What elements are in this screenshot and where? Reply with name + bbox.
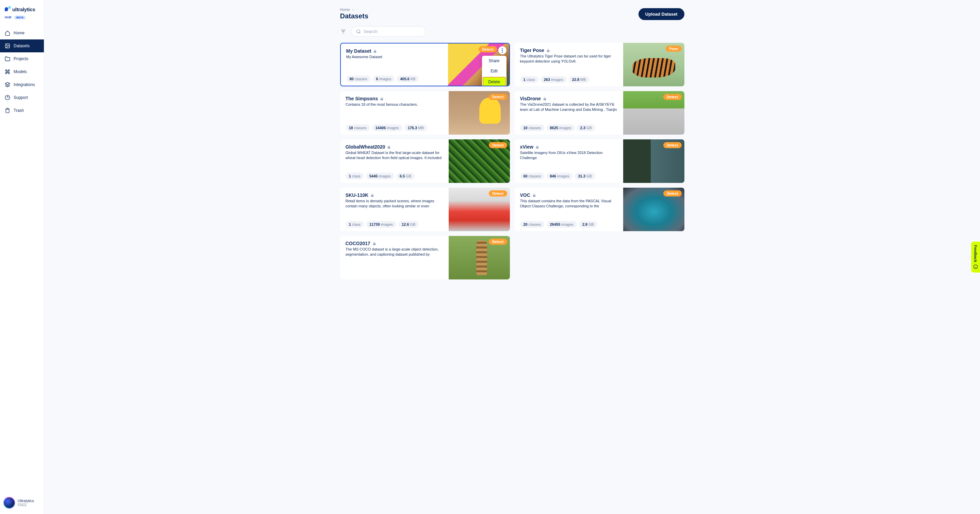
dataset-grid: My Dataset My Awesome Dataset 80 classes…: [340, 43, 684, 279]
stat-classes: 10 classes: [520, 124, 545, 131]
card-body: My Dataset My Awesome Dataset 80 classes…: [341, 43, 448, 86]
brand-sub: HUB: [5, 16, 11, 19]
sidebar: ultralytics HUB BETA Home Datasets Proje…: [0, 0, 44, 514]
svg-point-8: [974, 265, 978, 269]
card-description: This dataset contains the data from the …: [520, 198, 618, 209]
task-badge: Detect: [489, 142, 507, 148]
nav-integrations[interactable]: Integrations: [0, 78, 44, 91]
card-thumbnail: Detect: [449, 236, 510, 279]
breadcrumb-sep: ›: [352, 8, 354, 11]
card-description: Satellite imagery from DIUx xView 2018 D…: [520, 150, 618, 160]
dataset-card[interactable]: My Dataset My Awesome Dataset 80 classes…: [340, 43, 510, 86]
card-description: Contains 18 of the most famous character…: [345, 102, 443, 107]
card-menu: Share Edit Delete: [482, 56, 506, 86]
stat-classes: 60 classes: [520, 173, 545, 179]
card-body: COCO2017 The MS COCO dataset is a large-…: [340, 236, 449, 279]
lock-icon: [543, 97, 547, 101]
main: Home › Datasets Upload Dataset My Datase…: [44, 0, 980, 514]
layers-icon: [5, 82, 10, 87]
task-badge: Detect: [489, 94, 507, 100]
avatar: [3, 497, 15, 509]
card-title: Tiger Pose: [520, 48, 544, 53]
menu-share[interactable]: Share: [482, 56, 506, 66]
feedback-tab[interactable]: Feedback: [971, 242, 980, 273]
dataset-card[interactable]: xView Satellite imagery from DIUx xView …: [515, 140, 684, 183]
card-stats: 1 class 263 images 22.8 MB: [520, 76, 618, 83]
task-badge: Pose: [666, 46, 681, 52]
nav-label: Projects: [14, 56, 28, 61]
account-widget[interactable]: Ultralytics FREE: [0, 493, 44, 514]
card-body: The Simpsons Contains 18 of the most fam…: [340, 91, 449, 135]
card-title: SKU-110K: [345, 192, 369, 198]
search-icon: [356, 29, 361, 34]
dataset-card[interactable]: VisDrone The VisDrone2021 dataset is col…: [515, 91, 684, 135]
stat-images: 26455 images: [547, 221, 577, 228]
search-input[interactable]: [364, 29, 421, 34]
card-thumbnail: Detect: [449, 91, 510, 135]
trash-icon: [5, 108, 10, 113]
card-description: Retail items in densely packed scenes, w…: [345, 198, 443, 209]
card-title: COCO2017: [345, 241, 371, 246]
nav-datasets[interactable]: Datasets: [0, 40, 44, 52]
dataset-card[interactable]: The Simpsons Contains 18 of the most fam…: [340, 91, 510, 135]
card-body: VisDrone The VisDrone2021 dataset is col…: [515, 91, 623, 135]
command-icon: [5, 69, 10, 75]
nav-label: Support: [14, 95, 28, 100]
breadcrumb-home[interactable]: Home: [340, 8, 350, 11]
card-stats: 1 class 5445 images 6.5 GB: [345, 173, 443, 179]
stat-images: 8625 images: [547, 124, 575, 131]
help-icon: [5, 95, 10, 100]
dataset-card[interactable]: VOC This dataset contains the data from …: [515, 188, 684, 231]
card-stats: 18 classes 14406 images 176.3 MB: [345, 124, 443, 131]
dataset-card[interactable]: SKU-110K Retail items in densely packed …: [340, 188, 510, 231]
menu-edit[interactable]: Edit: [482, 66, 506, 76]
dataset-card[interactable]: COCO2017 The MS COCO dataset is a large-…: [340, 236, 510, 279]
nav-label: Home: [14, 30, 24, 35]
dataset-card[interactable]: GlobalWheat2020 Global WHEAT Dataset is …: [340, 140, 510, 183]
card-description: My Awesome Dataset: [346, 54, 442, 59]
search-field[interactable]: [351, 26, 426, 37]
card-body: Tiger Pose The Ultralytics Tiger Pose da…: [515, 43, 623, 86]
stat-size: 2.3 GB: [577, 124, 595, 131]
nav-home[interactable]: Home: [0, 27, 44, 40]
stat-images: 14406 images: [372, 124, 402, 131]
nav-label: Trash: [14, 108, 24, 113]
stat-classes: 1 class: [345, 173, 364, 179]
card-description: The Ultralytics Tiger Pose dataset can b…: [520, 54, 618, 64]
stat-size: 22.8 MB: [569, 76, 590, 83]
filter-icon[interactable]: [340, 29, 346, 35]
nav-models[interactable]: Models: [0, 65, 44, 78]
lock-icon: [387, 145, 391, 149]
lock-icon: [546, 49, 550, 52]
task-badge: Detect: [479, 46, 497, 52]
brand-beta: BETA: [14, 16, 25, 19]
card-description: The VisDrone2021 dataset is collected by…: [520, 102, 618, 112]
card-thumbnail: Detect: [623, 188, 684, 231]
account-name: Ultralytics: [18, 499, 34, 503]
stat-classes: 1 class: [345, 221, 364, 228]
nav-projects[interactable]: Projects: [0, 52, 44, 65]
stat-size: 12.6 GB: [398, 221, 419, 228]
card-body: SKU-110K Retail items in densely packed …: [340, 188, 449, 231]
card-thumbnail: Detect: [449, 188, 510, 231]
menu-delete[interactable]: Delete: [483, 77, 506, 86]
lock-icon: [535, 145, 539, 149]
stat-size: 405.6 KB: [397, 76, 419, 82]
card-title: GlobalWheat2020: [345, 144, 385, 149]
lock-icon: [373, 49, 377, 53]
card-stats: 10 classes 8625 images 2.3 GB: [520, 124, 618, 131]
card-menu-button[interactable]: [498, 46, 506, 54]
dataset-card[interactable]: Tiger Pose The Ultralytics Tiger Pose da…: [515, 43, 684, 86]
stat-classes: 1 class: [520, 76, 538, 83]
card-title: The Simpsons: [345, 96, 378, 101]
card-description: The MS COCO dataset is a large-scale obj…: [345, 247, 443, 257]
logo[interactable]: ultralytics HUB BETA: [0, 0, 44, 27]
page-title: Datasets: [340, 12, 368, 20]
upload-dataset-button[interactable]: Upload Dataset: [638, 8, 684, 20]
nav-support[interactable]: Support: [0, 91, 44, 104]
card-stats: 80 classes 6 images 405.6 KB: [346, 76, 442, 82]
stat-size: 6.5 GB: [396, 173, 415, 179]
stat-size: 31.3 GB: [574, 173, 595, 179]
card-stats: 20 classes 26455 images 2.8 GB: [520, 221, 618, 228]
nav-trash[interactable]: Trash: [0, 104, 44, 117]
